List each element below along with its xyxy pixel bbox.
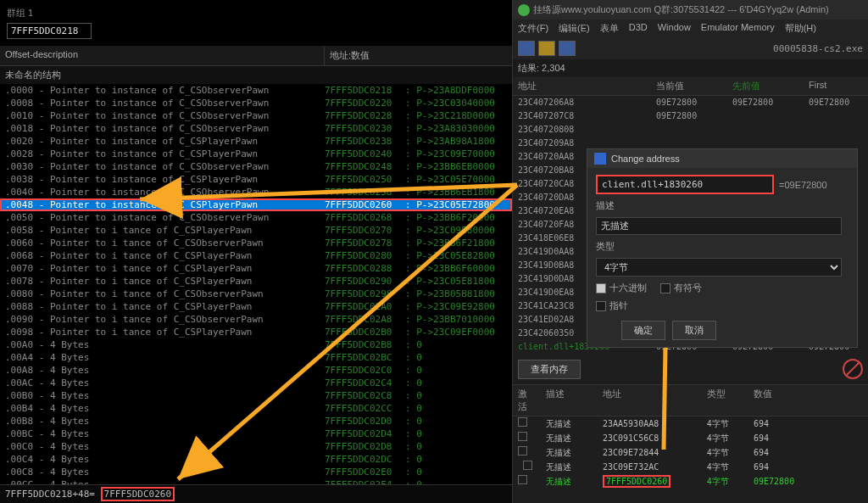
memory-row[interactable]: .00B0 - 4 Bytes7FFF5DDC02C8: 0: [0, 389, 512, 402]
bth-desc[interactable]: 描述: [541, 385, 598, 416]
memory-row[interactable]: .0038 - Pointer to instance of C_CSPlaye…: [0, 173, 512, 186]
memory-row[interactable]: .0000 - Pointer to instance of C_CSObser…: [0, 84, 512, 97]
type-select[interactable]: 4字节: [596, 258, 842, 277]
memory-row[interactable]: .0030 - Pointer to instance of C_CSObser…: [0, 160, 512, 173]
header-offset[interactable]: Offset-description: [0, 46, 325, 65]
memory-row[interactable]: .0080 - Pointer to i tance of C_CSObserv…: [0, 288, 512, 300]
dialog-title: Change address: [611, 154, 680, 164]
base-address-box[interactable]: 7FFF5DDC0218: [7, 23, 92, 39]
memory-row[interactable]: .0028 - Pointer to instance of C_CSPlaye…: [0, 148, 512, 160]
scan-result-row[interactable]: 23C407206A809E7280009E7280009E72800: [513, 96, 868, 109]
view-memory-button[interactable]: 查看内存: [518, 360, 581, 379]
menu-item[interactable]: 表单: [600, 22, 619, 35]
ok-button[interactable]: 确定: [621, 321, 665, 340]
resolved-address-label: =09E72800: [779, 180, 827, 190]
dh-cur[interactable]: 当前值: [651, 77, 727, 95]
forbidden-icon: [843, 359, 863, 379]
group-label: 群组 1: [7, 7, 505, 20]
address-list-table: 激活 描述 地址 类型 数值 无描述23AA5930AA84字节694无描述23…: [513, 384, 868, 489]
bth-addr[interactable]: 地址: [598, 385, 702, 416]
checkbox-icon[interactable]: [518, 417, 527, 427]
menu-item[interactable]: 帮助(H): [785, 22, 816, 35]
dh-first[interactable]: First: [804, 77, 868, 95]
memory-row[interactable]: .00A4 - 4 Bytes7FFF5DDC02BC: 0: [0, 351, 512, 364]
address-list-row[interactable]: 无描述23C091C56C84字节694: [513, 431, 868, 445]
memory-list[interactable]: .0000 - Pointer to instance of C_CSObser…: [0, 84, 512, 484]
dh-prev[interactable]: 先前值: [727, 77, 804, 95]
left-column-headers: Offset-description 地址:数值: [0, 46, 512, 66]
struct-label: 未命名的结构: [0, 66, 512, 84]
memory-row[interactable]: .0040 - Pointer to instance of C_CSObser…: [0, 186, 512, 198]
menu-item[interactable]: D3D: [629, 22, 648, 35]
memory-row[interactable]: .0088 - Pointer to i tance of C_CSPlayer…: [0, 300, 512, 313]
menu-item[interactable]: 文件(F): [518, 22, 548, 35]
title-bar: 挂络源www.youluoyuan.com Q群:3075531422 --- …: [513, 0, 868, 20]
memory-row[interactable]: .0048 - Pointer to instance of C_CSPlaye…: [0, 198, 512, 211]
checkbox-icon[interactable]: [518, 432, 527, 441]
bth-type[interactable]: 类型: [702, 385, 748, 416]
bth-act[interactable]: 激活: [513, 385, 541, 416]
dh-addr[interactable]: 地址: [513, 77, 651, 95]
monitor-icon[interactable]: [518, 41, 535, 56]
type-label: 类型: [596, 240, 849, 253]
memory-row[interactable]: .0020 - Pointer to instance of C_CSPlaye…: [0, 135, 512, 148]
checkbox-icon[interactable]: [518, 475, 527, 484]
memory-row[interactable]: .00B4 - 4 Bytes7FFF5DDC02CC: 0: [0, 402, 512, 415]
checkbox-icon: [660, 283, 670, 293]
checkbox-icon: [596, 301, 606, 311]
memory-row[interactable]: .0008 - Pointer to instance of C_CSObser…: [0, 97, 512, 109]
address-list-row[interactable]: 无描述23AA5930AA84字节694: [513, 416, 868, 431]
memory-row[interactable]: .00C8 - 4 Bytes7FFF5DDC02E0: 0: [0, 466, 512, 478]
checkbox-icon: [596, 283, 606, 293]
memory-row[interactable]: .0050 - Pointer to instance of C_CSObser…: [0, 211, 512, 224]
memory-row[interactable]: .0068 - Pointer to i tance of C_CSPlayer…: [0, 249, 512, 262]
memory-row[interactable]: .00A0 - 4 Bytes7FFF5DDC02B8: 0: [0, 338, 512, 351]
address-input[interactable]: [596, 175, 774, 194]
address-list-row[interactable]: 无描述7FFF5DDC02604字节09E72800: [513, 474, 868, 489]
memory-row[interactable]: .00BC - 4 Bytes7FFF5DDC02D4: 0: [0, 428, 512, 440]
memory-row[interactable]: .00CC - 4 Bytes7FFF5DDC02E4: 0: [0, 478, 512, 484]
memory-row[interactable]: .0058 - Pointer to i tance of C_CSPlayer…: [0, 224, 512, 237]
memory-row[interactable]: .00B8 - 4 Bytes7FFF5DDC02D0: 0: [0, 415, 512, 428]
bth-val[interactable]: 数值: [748, 385, 868, 416]
menu-item[interactable]: Emulator Memory: [701, 22, 775, 35]
hex-checkbox[interactable]: 十六进制: [596, 282, 647, 294]
checkbox-icon[interactable]: [518, 446, 527, 455]
menu-item[interactable]: Window: [658, 22, 691, 35]
memory-row[interactable]: .0018 - Pointer to instance of C_CSObser…: [0, 122, 512, 135]
checkbox-icon[interactable]: [523, 461, 532, 470]
memory-row[interactable]: .00A8 - 4 Bytes7FFF5DDC02C0: 0: [0, 364, 512, 377]
menu-bar: 文件(F)编辑(E)表单D3DWindowEmulator Memory帮助(H…: [513, 20, 868, 37]
disk-icon[interactable]: [559, 41, 576, 56]
scan-result-row[interactable]: 23C40720808: [513, 123, 868, 137]
signed-checkbox[interactable]: 有符号: [660, 282, 702, 294]
memory-row[interactable]: .0098 - Pointer to i tance of C_CSPlayer…: [0, 326, 512, 338]
memory-row[interactable]: .00C4 - 4 Bytes7FFF5DDC02DC: 0: [0, 453, 512, 466]
pointer-checkbox[interactable]: 指针: [596, 299, 849, 312]
toolbar: 00005838-cs2.exe: [513, 37, 868, 59]
scan-result-row[interactable]: 23C407207C809E72800: [513, 109, 868, 123]
result-count: 结果: 2,304: [513, 59, 868, 77]
dialog-icon: [594, 153, 606, 165]
app-icon: [518, 4, 530, 16]
desc-input[interactable]: [596, 217, 842, 235]
change-address-dialog: Change address =09E72800 描述 类型 4字节 十六进制 …: [587, 148, 858, 348]
menu-item[interactable]: 编辑(E): [559, 22, 590, 35]
folder-icon[interactable]: [538, 41, 555, 56]
status-bar: 7FFF5DDC0218+48= 7FFF5DDC0260: [0, 484, 512, 503]
memory-row[interactable]: .0078 - Pointer to i tance of C_CSPlayer…: [0, 275, 512, 288]
header-addrval[interactable]: 地址:数值: [325, 46, 512, 65]
memory-row[interactable]: .0070 - Pointer to i tance of C_CSPlayer…: [0, 262, 512, 275]
desc-label: 描述: [596, 199, 849, 212]
status-prefix: 7FFF5DDC0218+48=: [5, 489, 101, 500]
memory-row[interactable]: .00C0 - 4 Bytes7FFF5DDC02D8: 0: [0, 440, 512, 453]
memory-row[interactable]: .0060 - Pointer to i tance of C_CSObserv…: [0, 237, 512, 249]
cancel-button[interactable]: 取消: [672, 321, 716, 340]
status-value: 7FFF5DDC0260: [101, 487, 175, 501]
title-text: 挂络源www.youluoyuan.com Q群:3075531422 --- …: [533, 3, 829, 16]
memory-row[interactable]: .0010 - Pointer to instance of C_CSObser…: [0, 109, 512, 122]
address-list-row[interactable]: 无描述23C09E732AC4字节694: [513, 460, 868, 474]
memory-row[interactable]: .00AC - 4 Bytes7FFF5DDC02C4: 0: [0, 377, 512, 389]
memory-row[interactable]: .0090 - Pointer to i tance of C_CSObserv…: [0, 313, 512, 326]
address-list-row[interactable]: 无描述23C09E728444字节694: [513, 445, 868, 460]
